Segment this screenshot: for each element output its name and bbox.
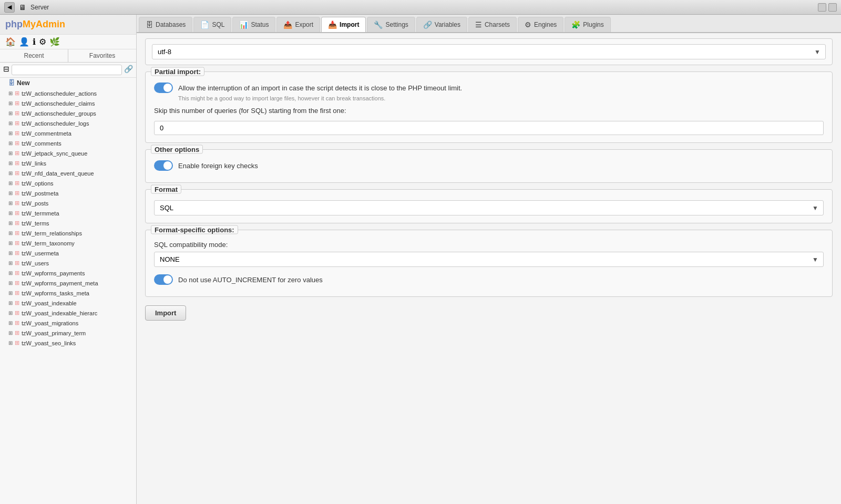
list-item[interactable]: ⊞⊞tzW_wpforms_payment_meta [0,278,136,288]
maximize-button[interactable] [828,3,837,12]
expand-icon: ⊞ [8,190,13,196]
format-section: Format SQLCSVJSONXMLODSXLSX ▼ [145,189,833,223]
list-item[interactable]: ⊞⊞tzW_usermeta [0,248,136,258]
list-item[interactable]: ⊞⊞tzW_actionscheduler_actions [0,88,136,98]
list-item[interactable]: ⊞⊞tzW_termmeta [0,208,136,218]
table-icon: ⊞ [15,240,19,246]
titlebar-controls [818,3,837,12]
skip-queries-group: Skip this number of queries (for SQL) st… [154,107,824,135]
skip-label: Skip this number of queries (for SQL) st… [154,107,824,115]
format-select[interactable]: SQLCSVJSONXMLODSXLSX [154,200,824,215]
table-icon: ⊞ [15,250,19,256]
list-item[interactable]: ⊞⊞tzW_posts [0,198,136,208]
table-icon: ⊞ [15,100,19,107]
logo-php: php [5,19,23,29]
link-icon[interactable]: 🔗 [124,65,133,75]
tab-settings[interactable]: 🔧Settings [367,17,415,32]
sidebar-header: phpMyAdmin [0,15,136,35]
tab-import[interactable]: 📥Import [321,17,366,32]
list-item[interactable]: ⊞⊞tzW_yoast_primary_term [0,328,136,338]
sidebar-search: ⊟ 🔗 [0,63,136,78]
tab-sql[interactable]: 📄SQL [193,17,231,32]
search-input[interactable] [12,65,122,75]
partial-import-section: Partial import: Allow the interruption o… [145,71,833,143]
list-item[interactable]: ⊞⊞tzW_yoast_indexable_hierarc [0,308,136,318]
import-button[interactable]: Import [145,305,186,321]
sql-tab-label: SQL [212,21,224,28]
export-tab-label: Export [295,21,313,28]
tab-variables[interactable]: 🔗Variables [416,17,467,32]
partial-import-toggle[interactable] [154,83,173,93]
expand-icon: ⊞ [8,290,13,296]
info-icon[interactable]: ℹ [33,37,36,47]
expand-icon: ⊞ [8,240,13,246]
list-item[interactable]: ⊞⊞tzW_actionscheduler_logs [0,118,136,128]
list-item[interactable]: ⊞⊞tzW_users [0,258,136,268]
list-item[interactable]: ⊞⊞tzW_jetpack_sync_queue [0,148,136,158]
tab-databases[interactable]: 🗄Databases [139,17,192,32]
list-item[interactable]: ⊞⊞tzW_commentmeta [0,128,136,138]
list-item[interactable]: ⊞⊞tzW_term_relationships [0,228,136,238]
tab-engines[interactable]: ⚙Engines [518,17,563,32]
skip-input[interactable] [154,121,824,135]
list-item[interactable]: ⊞⊞tzW_options [0,178,136,188]
expand-icon: ⊞ [8,280,13,286]
collapse-icon[interactable]: ⊟ [3,65,9,75]
sql-compat-select[interactable]: NONEANSIDB2MAXDBMYSQL323MYSQL40MSSQLORAC… [154,252,824,267]
list-item[interactable]: ⊞⊞tzW_nfd_data_event_queue [0,168,136,178]
table-icon: ⊞ [15,330,19,336]
tab-charsets[interactable]: ☰Charsets [468,17,517,32]
list-item[interactable]: ⊞⊞tzW_terms [0,218,136,228]
logo-my: My [23,19,36,29]
sidebar-tabs: Recent Favorites [0,49,136,63]
settings-icon[interactable]: ⚙ [39,37,46,47]
tree-item-new[interactable]: 🗄 New [0,78,136,88]
tab-plugins[interactable]: 🧩Plugins [565,17,610,32]
list-item[interactable]: ⊞⊞tzW_yoast_migrations [0,318,136,328]
list-item[interactable]: ⊞⊞tzW_links [0,158,136,168]
import-tab-label: Import [340,21,359,28]
table-icon: ⊞ [15,120,19,127]
minimize-button[interactable] [818,3,826,12]
expand-icon: ⊞ [8,220,13,226]
list-item[interactable]: ⊞⊞tzW_term_taxonomy [0,238,136,248]
table-icon: ⊞ [15,320,19,326]
list-item[interactable]: ⊞⊞tzW_yoast_seo_links [0,338,136,348]
expand-icon: ⊞ [8,110,13,116]
partial-import-title: Partial import: [151,67,204,76]
settings-tab-label: Settings [385,21,408,28]
engines-tab-label: Engines [534,21,557,28]
list-item[interactable]: ⊞⊞tzW_actionscheduler_groups [0,108,136,118]
charset-select[interactable]: utf-8 utf-16 latin1 [152,44,826,59]
sidebar-tree: 🗄 New ⊞⊞tzW_actionscheduler_actions⊞⊞tzW… [0,78,136,504]
tab-favorites[interactable]: Favorites [68,49,136,62]
expand-icon: ⊞ [8,180,13,186]
auto-increment-toggle[interactable] [154,274,173,285]
list-item[interactable]: ⊞⊞tzW_wpforms_payments [0,268,136,278]
logo: phpMyAdmin [5,19,65,30]
home-icon[interactable]: 🏠 [5,37,16,47]
expand-icon: ⊞ [8,200,13,206]
tab-status[interactable]: 📊Status [232,17,275,32]
list-item[interactable]: ⊞⊞tzW_yoast_indexable [0,298,136,308]
list-item[interactable]: ⊞⊞tzW_comments [0,138,136,148]
expand-icon: ⊞ [8,250,13,256]
table-icon: ⊞ [15,150,19,157]
table-icon: ⊞ [15,310,19,316]
list-item[interactable]: ⊞⊞tzW_actionscheduler_claims [0,98,136,108]
tab-export[interactable]: 📤Export [276,17,320,32]
status-tab-label: Status [251,21,269,28]
foreign-key-toggle[interactable] [154,160,173,171]
back-button[interactable]: ◀ [4,2,15,13]
sql-compat-dropdown-wrapper: NONEANSIDB2MAXDBMYSQL323MYSQL40MSSQLORAC… [154,252,824,267]
table-icon: ⊞ [15,140,19,147]
list-item[interactable]: ⊞⊞tzW_postmeta [0,188,136,198]
theme-icon[interactable]: 🌿 [49,37,60,47]
expand-icon: ⊞ [8,340,13,346]
list-item[interactable]: ⊞⊞tzW_wpforms_tasks_meta [0,288,136,298]
tab-recent[interactable]: Recent [0,49,68,62]
user-icon[interactable]: 👤 [19,37,29,47]
expand-icon: ⊞ [8,330,13,336]
logo-admin: Admin [36,19,65,29]
partial-import-body: Allow the interruption of an import in c… [146,72,832,142]
